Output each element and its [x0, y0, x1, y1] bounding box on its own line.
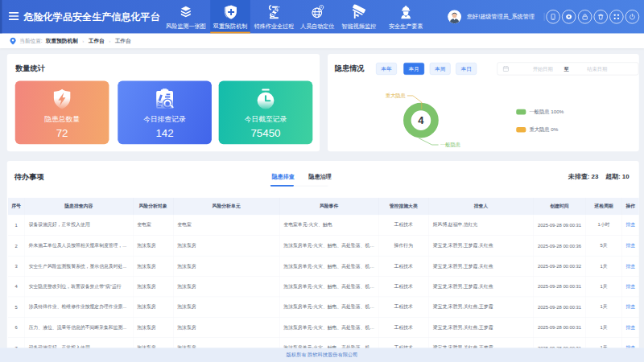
- svg-text:4: 4: [418, 114, 424, 126]
- svg-text:一般隐患: 一般隐患: [440, 142, 461, 148]
- svg-text:重大隐患: 重大隐患: [386, 93, 407, 99]
